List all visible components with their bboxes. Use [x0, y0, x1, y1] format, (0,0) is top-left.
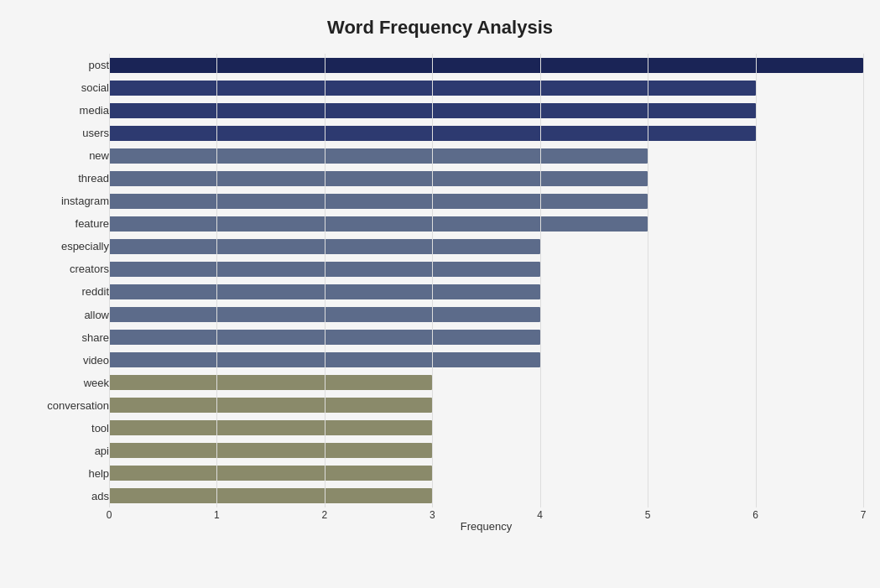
- y-label: reddit: [81, 286, 109, 297]
- bar-row: [109, 396, 863, 414]
- y-label: conversation: [47, 400, 109, 411]
- x-tick: 0: [107, 509, 112, 521]
- bar: [109, 148, 648, 164]
- bar-row: [109, 147, 863, 165]
- y-label: social: [81, 82, 109, 93]
- bar: [109, 443, 432, 458]
- bar-row: [109, 101, 863, 120]
- bar: [109, 81, 756, 96]
- y-label: new: [89, 150, 109, 161]
- x-tick: 2: [322, 509, 328, 521]
- y-label: allow: [84, 310, 109, 320]
- x-tick: 4: [537, 509, 543, 521]
- bar-row: [109, 441, 863, 460]
- plot-area: 01234567 Frequency: [109, 54, 863, 533]
- bar: [109, 488, 432, 503]
- y-label: post: [88, 60, 109, 70]
- bar: [109, 194, 648, 209]
- bar: [109, 216, 648, 232]
- y-label: api: [95, 445, 109, 456]
- y-label: video: [83, 355, 109, 366]
- bar-row: [109, 215, 863, 233]
- x-axis-area: 01234567 Frequency: [109, 507, 863, 533]
- y-label: especially: [61, 241, 109, 252]
- bar: [109, 330, 540, 345]
- x-tick: 3: [430, 509, 435, 521]
- bar-row: [109, 419, 863, 437]
- bar: [109, 239, 540, 254]
- x-tick: 7: [861, 509, 867, 521]
- x-ticks: 01234567: [109, 507, 863, 518]
- bar-row: [109, 260, 863, 278]
- y-label: share: [81, 332, 109, 343]
- bar: [109, 466, 432, 481]
- y-label: users: [82, 127, 109, 138]
- x-tick: 1: [214, 509, 220, 521]
- bar-row: [109, 351, 863, 369]
- bar: [109, 103, 756, 118]
- y-axis: postsocialmediausersnewthreadinstagramfe…: [17, 54, 109, 533]
- bar-row: [109, 283, 863, 301]
- bar: [109, 352, 540, 367]
- y-label: tool: [91, 423, 109, 434]
- bar-row: [109, 464, 863, 482]
- bar-row: [109, 124, 863, 143]
- bar: [109, 398, 432, 413]
- bar-row: [109, 305, 863, 324]
- bar-row: [109, 373, 863, 392]
- bar: [109, 262, 540, 277]
- x-tick: 6: [752, 509, 758, 521]
- x-tick: 5: [645, 509, 651, 521]
- y-label: media: [80, 105, 109, 116]
- bar: [109, 307, 540, 322]
- bar: [109, 420, 432, 435]
- bar: [109, 58, 863, 73]
- bar-row: [109, 328, 863, 346]
- y-label: help: [88, 468, 109, 479]
- bar: [109, 375, 432, 390]
- chart-title: Word Frequency Analysis: [17, 17, 863, 39]
- y-label: ads: [91, 491, 109, 502]
- bar-row: [109, 79, 863, 97]
- bar-row: [109, 237, 863, 256]
- x-axis-label: Frequency: [109, 520, 863, 533]
- bar-row: [109, 169, 863, 188]
- bars-section: [109, 54, 863, 507]
- bar: [109, 284, 540, 299]
- y-label: instagram: [61, 195, 109, 206]
- chart-container: Word Frequency Analysis postsocialmediau…: [0, 0, 880, 588]
- y-label: creators: [70, 263, 109, 274]
- y-label: feature: [76, 218, 109, 229]
- bar-row: [109, 192, 863, 211]
- y-label: thread: [78, 173, 109, 184]
- y-label: week: [84, 377, 109, 388]
- bar-row: [109, 56, 863, 75]
- bar: [109, 171, 648, 186]
- chart-area: postsocialmediausersnewthreadinstagramfe…: [17, 54, 863, 533]
- bar: [109, 126, 756, 141]
- bar-row: [109, 487, 863, 505]
